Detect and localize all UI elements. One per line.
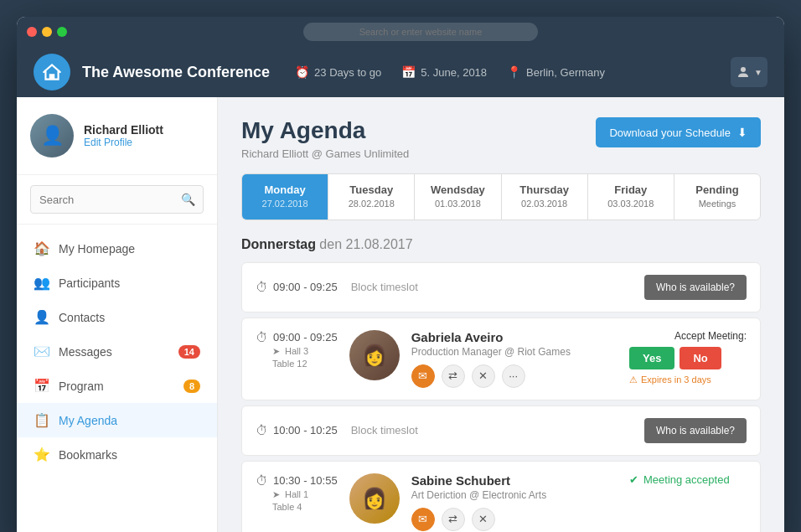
hall-text: Hall 3 — [285, 346, 308, 356]
maximize-dot[interactable] — [57, 27, 67, 37]
chevron-down-icon: ▼ — [754, 68, 762, 77]
close-action-icon[interactable]: ✕ — [472, 364, 495, 388]
location-icon: 📍 — [507, 65, 521, 79]
svg-point-0 — [741, 67, 746, 72]
conference-date: 📅 5. June, 2018 — [401, 65, 487, 79]
close-dot[interactable] — [27, 27, 37, 37]
meeting-status: ✔ Meeting accepted — [629, 473, 747, 486]
who-is-available-button[interactable]: Who is available? — [644, 275, 747, 300]
expires-text: ⚠ Expires in 3 days — [629, 374, 747, 385]
user-menu-button[interactable]: ▼ — [731, 57, 767, 87]
email-action-icon[interactable]: ✉ — [411, 364, 435, 388]
table-text: Table 12 — [272, 359, 307, 369]
edit-profile-link[interactable]: Edit Profile — [84, 137, 204, 148]
sidebar-item-label: Messages — [59, 345, 112, 359]
email-action-icon[interactable]: ✉ — [411, 508, 435, 531]
meeting-person-role: Production Manager @ Riot Games — [411, 346, 629, 358]
expires-label: Expires in 3 days — [641, 374, 711, 385]
clock-icon: ⏰ — [295, 65, 309, 79]
section-day: Donnerstag — [241, 237, 316, 251]
titlebar — [17, 17, 784, 47]
agenda-icon: 📋 — [34, 412, 49, 428]
program-icon: 📅 — [34, 378, 49, 394]
tab-day-date: 28.02.2018 — [335, 198, 407, 210]
tab-day-date: Meetings — [681, 198, 753, 210]
meeting-status: Accept Meeting: Yes No ⚠ Expires in 3 da… — [629, 330, 747, 385]
conference-date-text: 5. June, 2018 — [421, 66, 487, 79]
timeslot-row: ⏱ 09:00 - 09:25 Block timeslot Who is av… — [241, 262, 761, 312]
timeslot-row: ⏱ 10:00 - 10:25 Block timeslot Who is av… — [241, 405, 761, 456]
tab-friday[interactable]: Friday 03.03.2018 — [588, 174, 674, 220]
logo-icon — [41, 61, 63, 83]
profile-name: Richard Elliott — [84, 123, 204, 137]
tab-day-date: 03.03.2018 — [595, 198, 667, 210]
sidebar-item-participants[interactable]: 👥 Participants — [17, 266, 217, 300]
tab-day-name: Tuesday — [335, 183, 407, 198]
window-controls — [27, 27, 67, 37]
sidebar-item-contacts[interactable]: 👤 Contacts — [17, 300, 217, 334]
download-btn-label: Download your Schedule — [609, 127, 731, 139]
tab-day-date: 02.03.2018 — [509, 198, 581, 210]
tab-day-name: Thursday — [509, 183, 581, 198]
accept-yes-button[interactable]: Yes — [629, 347, 674, 369]
page-title: My Agenda — [241, 117, 409, 144]
time-block: ⏱ 10:30 - 10:55 ➤ Hall 1 Table 4 — [256, 473, 338, 512]
more-action-icon[interactable]: ··· — [502, 364, 525, 388]
profile-info: Richard Elliott Edit Profile — [84, 123, 204, 148]
time-text: 09:00 - 09:25 — [273, 281, 338, 293]
calendar-icon: 📅 — [401, 65, 416, 79]
accepted-label: Meeting accepted — [643, 473, 730, 486]
time-block: ⏱ 10:00 - 10:25 — [256, 423, 338, 437]
sidebar-item-program[interactable]: 📅 Program 8 — [17, 369, 217, 403]
navigate-icon: ➤ — [272, 489, 280, 500]
search-input[interactable] — [30, 185, 204, 214]
warning-icon: ⚠ — [629, 374, 638, 385]
timeslot-row: ⏱ 10:30 - 10:55 ➤ Hall 1 Table 4 👩 Sabin… — [241, 461, 761, 532]
app-header: The Awesome Conference ⏰ 23 Days to go 📅… — [17, 47, 784, 97]
conference-location-text: Berlin, Germany — [526, 66, 605, 79]
titlebar-search-input[interactable] — [303, 23, 538, 41]
minimize-dot[interactable] — [42, 27, 52, 37]
sidebar-item-myagenda[interactable]: 📋 My Agenda — [17, 403, 217, 437]
content-header: My Agenda Richard Elliott @ Games Unlimi… — [241, 117, 761, 160]
download-schedule-button[interactable]: Download your Schedule ⬇ — [596, 117, 761, 147]
who-is-available-button[interactable]: Who is available? — [644, 418, 747, 443]
sidebar-item-bookmarks[interactable]: ⭐ Bookmarks — [17, 437, 217, 472]
meeting-person-role: Art Deriction @ Electronic Arts — [411, 489, 629, 501]
tab-tuesday[interactable]: Tuesday 28.02.2018 — [328, 174, 415, 220]
messages-badge: 14 — [178, 345, 200, 359]
time-text: 10:00 - 10:25 — [273, 424, 338, 436]
sidebar-item-label: My Homepage — [59, 242, 135, 256]
app-title: The Awesome Conference — [82, 64, 270, 81]
avatar-image: 👤 — [30, 114, 74, 158]
tab-day-name: Wendsday — [421, 183, 494, 198]
app-meta: ⏰ 23 Days to go 📅 5. June, 2018 📍 Berlin… — [295, 65, 605, 79]
navigate-icon: ➤ — [272, 346, 280, 357]
sidebar-item-homepage[interactable]: 🏠 My Homepage — [17, 231, 217, 266]
tab-wednesday[interactable]: Wendsday 01.03.2018 — [415, 174, 501, 220]
accept-no-button[interactable]: No — [680, 347, 721, 369]
table-text: Table 4 — [272, 502, 302, 512]
sidebar-item-messages[interactable]: ✉️ Messages 14 — [17, 334, 217, 369]
tab-day-date: 27.02.2018 — [249, 198, 321, 210]
avatar: 👤 — [30, 114, 74, 158]
search-icon: 🔍 — [181, 193, 195, 206]
accept-buttons: Yes No — [629, 347, 747, 369]
days-to-go: ⏰ 23 Days to go — [295, 65, 381, 79]
tab-monday[interactable]: Monday 27.02.2018 — [242, 174, 328, 220]
block-label: Block timeslot — [338, 424, 644, 436]
tab-thursday[interactable]: Thursday 02.03.2018 — [502, 174, 588, 220]
clock-icon: ⏱ — [256, 473, 268, 488]
shuffle-action-icon[interactable]: ⇄ — [442, 508, 465, 531]
time-range: ⏱ 09:00 - 09:25 — [256, 280, 338, 294]
program-badge: 8 — [183, 380, 200, 393]
app-logo — [34, 54, 70, 90]
app-window: The Awesome Conference ⏰ 23 Days to go 📅… — [17, 17, 784, 532]
home-icon: 🏠 — [34, 240, 49, 256]
close-action-icon[interactable]: ✕ — [472, 508, 495, 531]
time-block: ⏱ 09:00 - 09:25 ➤ Hall 3 Table 12 — [256, 330, 338, 369]
time-location: ➤ Hall 1 — [256, 489, 338, 500]
tab-pending[interactable]: Pending Meetings — [674, 174, 760, 220]
messages-icon: ✉️ — [34, 343, 49, 359]
shuffle-action-icon[interactable]: ⇄ — [442, 364, 465, 388]
